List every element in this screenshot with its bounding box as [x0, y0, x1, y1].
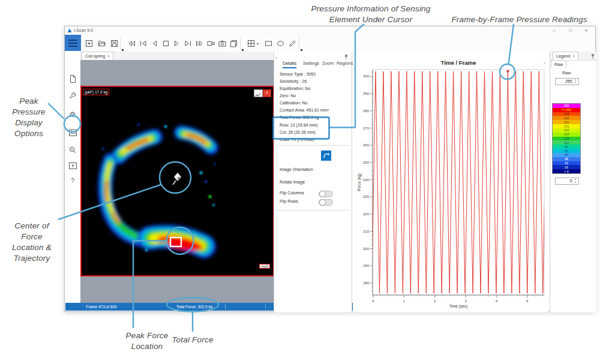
close-button[interactable]: × [578, 26, 594, 34]
tab-close-icon[interactable]: × [107, 54, 110, 58]
panel-collapse-icon[interactable]: ‹ [544, 61, 545, 66]
save-button[interactable] [109, 38, 119, 49]
sidebar-item-help[interactable]: ? [67, 175, 78, 186]
legend-scale-row: 144 [553, 133, 580, 137]
svg-text:240: 240 [363, 178, 370, 182]
svg-text:260: 260 [363, 143, 370, 147]
sidebar-item-image-export[interactable] [67, 160, 78, 171]
legend-scale-row: 128 [553, 137, 580, 141]
field-sensor-type: Sensor Type : 5051 [280, 72, 316, 76]
map-record-button[interactable]: × [263, 89, 271, 97]
legend-min-spinner[interactable]: 0 ▴ ▾ [555, 178, 579, 185]
app-logo-icon [67, 28, 72, 33]
annotation-center-of-force: Center of Force Location & Trajectory [4, 221, 59, 264]
gear-icon: ⚙ [70, 110, 76, 119]
fast-forward-button[interactable] [194, 38, 205, 49]
svg-text:5: 5 [526, 299, 529, 303]
svg-text:190: 190 [363, 264, 370, 267]
legend-max-spinner[interactable]: 255 ▴ ▾ [555, 78, 579, 85]
tab-zoom[interactable]: Zoom [322, 61, 334, 66]
movie-camera-icon [207, 40, 215, 47]
grid-dropdown-caret[interactable]: ▾ [257, 41, 259, 46]
sidebar-item-new-document[interactable] [67, 73, 78, 84]
legend-scale-row: 32 [553, 161, 580, 166]
tab-settings[interactable]: Settings [303, 61, 319, 66]
tab-close-icon[interactable]: × [572, 54, 575, 58]
wrench-icon [68, 92, 77, 101]
new-window-icon [85, 40, 93, 47]
map-graph-button[interactable] [254, 89, 263, 97]
pressure-map[interactable]: (pkF) 17.0 kg × reg0 [80, 86, 274, 276]
ellipse-tool-button[interactable] [275, 38, 286, 49]
tab-regions[interactable]: Regions [337, 61, 353, 66]
legend-subtab-raw[interactable]: Raw [551, 60, 566, 68]
snapshot-button[interactable] [217, 38, 227, 49]
sidebar-item-pressure-image[interactable] [67, 127, 78, 138]
copy-button[interactable] [228, 38, 239, 49]
legend-header: Raw [552, 71, 581, 75]
open-file-button[interactable] [96, 38, 107, 49]
flip-rows-label: Flip Rows [280, 199, 298, 203]
peak-force-label: (pkF) 17.0 kg [83, 89, 109, 95]
svg-text:230: 230 [363, 195, 370, 198]
legend-scale-row: 160 [553, 128, 580, 133]
field-cursor-load: Load: 79 (79 Raw) [280, 137, 314, 142]
play-button[interactable] [171, 38, 182, 49]
copy-icon [230, 40, 238, 47]
grid-view-button[interactable] [245, 38, 256, 49]
field-contact-area: Contact Area: 451.61 mm² [280, 108, 329, 112]
spinner-down-icon[interactable]: ▾ [572, 82, 578, 86]
legend-scale-row: 96 [553, 145, 580, 149]
field-zero: Zero: No [280, 94, 296, 98]
flip-rows-toggle[interactable] [319, 199, 333, 206]
legend-min-value: 0 [569, 179, 572, 183]
sidebar-item-settings[interactable]: ⚙ [67, 109, 78, 120]
rewind-button[interactable] [126, 38, 137, 49]
maximize-button[interactable]: □ [563, 26, 578, 34]
stop-icon [162, 40, 170, 47]
main-toolbar: ▾ [65, 35, 595, 52]
legend-scale-row: 16 [553, 165, 580, 169]
time-frame-chart[interactable]: Time / Frame1801902002102202302402502602… [353, 52, 548, 312]
next-frame-button[interactable] [182, 38, 193, 49]
document-tab-bar: Coil spring × [80, 52, 274, 61]
svg-text:4: 4 [496, 299, 498, 303]
svg-text:180: 180 [363, 281, 370, 285]
legend-scale-row: > 0 [553, 169, 580, 173]
tab-details[interactable]: Details [283, 61, 296, 68]
screenshot-stage: I-Scan 9.0 – □ × ▾ [0, 0, 600, 364]
panel-expander-icon[interactable]: › [275, 55, 277, 61]
flip-columns-toggle[interactable] [319, 191, 333, 197]
pin-icon[interactable] [590, 53, 595, 59]
rectangle-tool-button[interactable] [263, 38, 274, 49]
sidebar-item-peak-pressure-display[interactable] [67, 145, 78, 155]
svg-text:0: 0 [372, 299, 374, 303]
sidebar-item-tools[interactable] [67, 91, 78, 102]
region-label: reg0 [259, 264, 270, 269]
menu-button[interactable] [65, 35, 81, 51]
zoom-out-button[interactable]: - [267, 303, 273, 311]
new-window-button[interactable] [83, 38, 94, 49]
stop-button[interactable] [160, 38, 171, 49]
legend-scale-row: 80 [553, 149, 580, 153]
tab-legend[interactable]: Legend × [553, 52, 578, 60]
field-equilibration: Equilibration: No [280, 86, 310, 91]
tab-coil-spring[interactable]: Coil spring × [82, 52, 113, 60]
svg-text:3: 3 [464, 299, 467, 303]
minimize-button[interactable]: – [546, 26, 562, 34]
pencil-tool-button[interactable] [287, 38, 298, 49]
total-force-status: Total Force: 302.9 kg [155, 303, 233, 311]
record-movie-button[interactable] [205, 38, 216, 49]
rotate-image-button[interactable] [321, 151, 331, 161]
first-frame-button[interactable] [137, 38, 148, 49]
first-frame-icon [139, 40, 147, 47]
annotation-frame-readings: Frame-by-Frame Pressure Readings [440, 14, 599, 25]
pin-icon[interactable] [344, 54, 349, 60]
pressure-map-canvas [82, 87, 273, 275]
previous-frame-button[interactable] [149, 38, 160, 49]
legend-scale-row: 48 [553, 157, 580, 161]
spinner-down-icon[interactable]: ▾ [572, 181, 578, 186]
svg-text:2: 2 [434, 299, 436, 303]
svg-text:210: 210 [363, 230, 370, 233]
details-panel: › Details Settings Zoom Regions Sensor T… [274, 52, 352, 312]
